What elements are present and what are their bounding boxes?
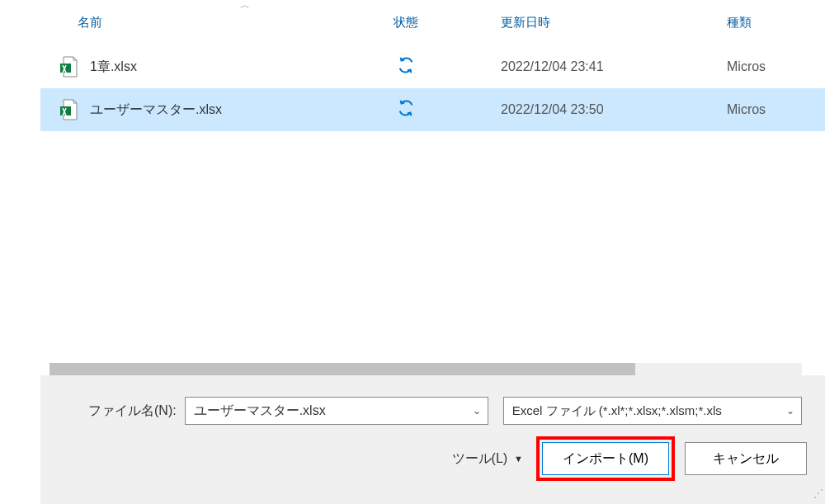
- column-header-date[interactable]: 更新日時: [501, 15, 707, 31]
- filetype-select[interactable]: Excel ファイル (*.xl*;*.xlsx;*.xlsm;*.xls ⌄: [503, 397, 802, 425]
- buttons-row: ツール(L) ▼ インポート(M) キャンセル: [55, 436, 810, 481]
- highlight-box: インポート(M): [536, 436, 675, 481]
- scrollbar-thumb[interactable]: [50, 363, 635, 375]
- file-status-cell: [394, 99, 501, 121]
- tools-dropdown[interactable]: ツール(L) ▼: [452, 450, 523, 468]
- file-name-cell: 1章.xlsx: [40, 56, 394, 78]
- sync-icon: [397, 99, 415, 121]
- filename-input[interactable]: ユーザーマスター.xlsx ⌄: [185, 397, 488, 425]
- file-name: ユーザーマスター.xlsx: [90, 101, 222, 119]
- sort-indicator-icon: ︿: [240, 0, 250, 12]
- import-button[interactable]: インポート(M): [542, 442, 669, 475]
- file-name-cell: ユーザーマスター.xlsx: [40, 99, 394, 120]
- file-name: 1章.xlsx: [90, 59, 137, 76]
- bottom-panel: ファイル名(N): ユーザーマスター.xlsx ⌄ Excel ファイル (*.…: [40, 375, 825, 504]
- filename-value: ユーザーマスター.xlsx: [194, 403, 326, 420]
- filename-row: ファイル名(N): ユーザーマスター.xlsx ⌄ Excel ファイル (*.…: [55, 397, 810, 425]
- file-row[interactable]: 1章.xlsx 2022/12/04 23:41 Micros: [40, 45, 825, 88]
- file-status-cell: [394, 56, 501, 78]
- excel-file-icon: [59, 99, 78, 120]
- column-header-name[interactable]: 名前: [40, 15, 394, 31]
- filetype-value: Excel ファイル (*.xl*;*.xlsx;*.xlsm;*.xls: [512, 403, 722, 419]
- chevron-down-icon[interactable]: ⌄: [473, 405, 481, 417]
- file-type: Micros: [707, 102, 798, 117]
- chevron-down-icon[interactable]: ⌄: [786, 405, 794, 417]
- file-date: 2022/12/04 23:41: [501, 59, 707, 74]
- triangle-down-icon: ▼: [514, 454, 523, 464]
- excel-file-icon: [59, 56, 78, 78]
- filename-label: ファイル名(N):: [88, 403, 177, 420]
- file-row[interactable]: ユーザーマスター.xlsx 2022/12/04 23:50 Micros: [40, 88, 825, 131]
- horizontal-scrollbar[interactable]: [50, 363, 802, 375]
- column-header-type[interactable]: 種類: [707, 15, 798, 31]
- file-date: 2022/12/04 23:50: [501, 102, 707, 117]
- resize-grip-icon[interactable]: ⋰: [812, 491, 823, 502]
- file-type: Micros: [707, 59, 798, 74]
- tools-label-text: ツール(L): [452, 450, 508, 468]
- cancel-button[interactable]: キャンセル: [685, 442, 807, 475]
- sync-icon: [397, 56, 415, 78]
- file-list: 名前 ︿ 状態 更新日時 種類 1章.xlsx 2022/12/04 23:41…: [40, 0, 825, 363]
- column-header-row: 名前 ︿ 状態 更新日時 種類: [40, 0, 825, 45]
- column-header-status[interactable]: 状態: [394, 15, 501, 31]
